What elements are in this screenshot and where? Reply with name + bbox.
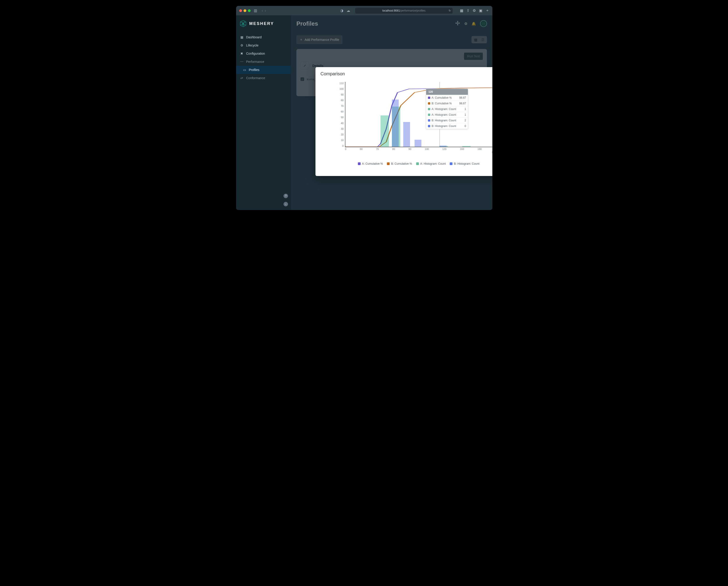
nav-arrows: ‹ › [262,9,266,13]
tooltip-row: B: Histogram: Count0 [426,123,468,129]
legend-item[interactable]: B: Histogram: Count [450,162,479,165]
legend-item[interactable]: A: Cumulative % [358,162,383,165]
brand-name: MESHERY [249,21,274,26]
collapse-sidebar-icon[interactable]: ‹ [284,202,288,206]
sidebar-item-label: Dashboard [246,35,262,39]
profiles-icon: ▭ [242,68,246,72]
minimize-window-icon[interactable] [243,9,246,12]
legend-label: B: Histogram: Count [454,162,479,165]
x-tick: 0 [345,148,346,150]
apps-grid-icon[interactable]: ▦ [460,8,463,13]
tooltip-x: 120 [426,89,468,95]
share-icon[interactable]: ⇪ [467,8,469,13]
config-icon: ✖ [240,52,244,55]
x-tick: 160 [460,148,464,150]
main: Profiles ⚙ 🔔 ＋ Add Performan [291,16,492,210]
x-tick: 100 [425,148,429,150]
y-tick: 60 [335,110,344,113]
y-tick: 10 [335,139,344,141]
tooltip-value: 1 [465,113,466,116]
tooltip-value: 1 [465,107,466,111]
legend-item[interactable]: B: Cumulative % [387,162,412,165]
tooltip-row: A: Histogram: Count1 [426,112,468,117]
address-bar[interactable]: localhost:9081/performance/profiles ↻ [355,8,453,14]
back-icon[interactable]: ‹ [262,9,263,13]
sidebar-footer: ? ‹ [236,191,291,210]
cloud-icon[interactable]: ☁ [346,8,350,13]
sidebar-toggle-icon[interactable]: ▥ [254,8,257,13]
y-tick: 100 [335,87,344,90]
y-tick: 90 [335,93,344,96]
close-window-icon[interactable] [239,9,242,12]
y-axis-ticks: 1101009080706050403020100 [335,82,344,147]
tooltip-value: 0 [465,125,466,128]
y-tick: 40 [335,122,344,125]
legend-swatch [416,162,419,165]
sidebar-item-label: Configuration [246,52,265,55]
help-icon[interactable]: ? [284,194,288,198]
dashboard-icon: ▦ [240,35,244,39]
window-controls [239,9,251,12]
reload-icon[interactable]: ↻ [449,9,451,12]
y-tick: 70 [335,105,344,107]
tooltip-row: B: Histogram: Count2 [426,117,468,123]
histogram-bar [392,100,399,147]
browser-toolbar: ▥ ‹ › ◑ ☁ localhost:9081/performance/pro… [236,6,492,16]
tooltip-swatch [428,114,430,116]
fullscreen-window-icon[interactable] [248,9,251,12]
plot-area[interactable] [345,82,492,147]
app-shell: MESHERY ▦Dashboard ⚙Lifecycle ✖Configura… [236,16,492,210]
settings-gear-icon[interactable]: ⚙ [473,8,476,13]
lifecycle-icon: ⚙ [240,44,244,47]
shield-icon[interactable]: ◑ [340,8,343,13]
y-tick: 50 [335,116,344,118]
sidebar: MESHERY ▦Dashboard ⚙Lifecycle ✖Configura… [236,16,291,210]
legend-item[interactable]: A: Histogram: Count [416,162,446,165]
performance-icon: 〰 [240,60,244,63]
y-tick: 80 [335,99,344,102]
logo-icon [239,20,247,27]
brand[interactable]: MESHERY [236,16,291,32]
new-tab-icon[interactable]: ＋ [486,8,489,13]
legend-label: A: Cumulative % [362,162,383,165]
sidebar-item-conformance[interactable]: ⇄Conformance [236,74,291,82]
legend-label: B: Cumulative % [391,162,412,165]
legend-swatch [358,162,361,165]
sidebar-item-configuration[interactable]: ✖Configuration [236,49,291,58]
tooltip-label: B: Histogram: Count [432,125,456,128]
x-tick: 90 [409,148,411,150]
url-host: localhost:9081 [382,9,400,12]
chart: 1101009080706050403020100 11010090807060… [322,82,492,161]
histogram-bar [403,122,410,147]
chart-legend: A: Cumulative %B: Cumulative %A: Histogr… [320,162,492,165]
tooltip-row: B: Cumulative %98.67 [426,101,468,106]
tooltip-label: A: Cumulative % [432,96,452,99]
y-tick: 30 [335,128,344,130]
tooltip-swatch [428,108,430,110]
conformance-icon: ⇄ [240,76,244,80]
histogram-bar [415,140,422,147]
sidebar-item-dashboard[interactable]: ▦Dashboard [236,33,291,41]
histogram-bar [440,145,446,147]
sidebar-item-lifecycle[interactable]: ⚙Lifecycle [236,41,291,49]
tooltip-swatch [428,97,430,99]
tooltip-swatch [428,102,430,105]
tooltip-value: 98.67 [459,96,466,99]
extensions-icon[interactable]: ▣ [479,8,483,13]
x-axis-label: Response time in ms [492,151,492,154]
forward-icon[interactable]: › [265,9,266,13]
tooltip-value: 98.67 [459,102,466,105]
tooltip-label: A: Histogram: Count [432,113,456,116]
y-tick: 110 [335,82,344,85]
modal-title: Comparison [320,71,492,76]
comparison-modal: Comparison 1101009080706050403020100 110… [315,67,492,176]
y-tick: 0 [335,144,344,147]
histogram-bar [381,115,389,147]
tooltip-label: B: Cumulative % [432,102,452,105]
sidebar-item-profiles[interactable]: ▭Profiles [236,66,291,74]
nav: ▦Dashboard ⚙Lifecycle ✖Configuration 〰Pe… [236,32,291,82]
sidebar-item-performance[interactable]: 〰Performance [236,58,291,66]
tooltip-row: A: Histogram: Count1 [426,106,468,112]
chart-tooltip: 120 A: Cumulative %98.67B: Cumulative %9… [426,89,468,129]
sidebar-item-label: Profiles [249,68,259,72]
